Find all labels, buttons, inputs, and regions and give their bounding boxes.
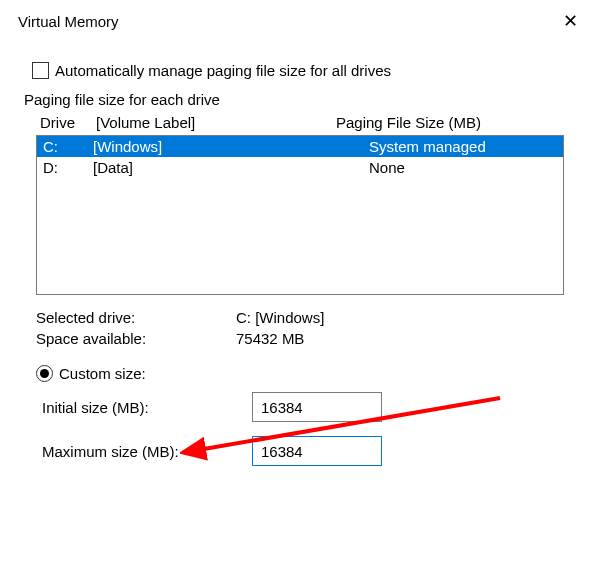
selected-drive-info: Selected drive: C: [Windows] Space avail… (36, 309, 576, 347)
drive-letter: C: (43, 138, 93, 155)
header-volume-label: [Volume Label] (96, 114, 336, 131)
drive-paging: None (369, 159, 557, 176)
drive-row[interactable]: D: [Data] None (37, 157, 563, 178)
drive-volume: [Windows] (93, 138, 369, 155)
drive-list-wrap: Drive [Volume Label] Paging File Size (M… (36, 112, 564, 295)
maximum-size-row: Maximum size (MB): (42, 436, 576, 466)
initial-size-input[interactable] (252, 392, 382, 422)
drive-list-headers: Drive [Volume Label] Paging File Size (M… (36, 112, 564, 135)
maximum-size-input[interactable] (252, 436, 382, 466)
header-drive: Drive (40, 114, 96, 131)
auto-manage-checkbox[interactable] (32, 62, 49, 79)
titlebar: Virtual Memory ✕ (0, 0, 600, 40)
drive-list[interactable]: C: [Windows] System managed D: [Data] No… (36, 135, 564, 295)
paging-section-label: Paging file size for each drive (24, 91, 576, 108)
initial-size-label: Initial size (MB): (42, 399, 252, 416)
auto-manage-row[interactable]: Automatically manage paging file size fo… (32, 62, 576, 79)
drive-row[interactable]: C: [Windows] System managed (37, 136, 563, 157)
drive-paging: System managed (369, 138, 557, 155)
dialog-content: Automatically manage paging file size fo… (0, 40, 600, 466)
close-icon[interactable]: ✕ (557, 10, 584, 32)
space-available-value: 75432 MB (236, 330, 576, 347)
custom-size-radio[interactable] (36, 365, 53, 382)
selected-drive-label: Selected drive: (36, 309, 236, 326)
maximum-size-label: Maximum size (MB): (42, 443, 252, 460)
drive-letter: D: (43, 159, 93, 176)
header-paging-size: Paging File Size (MB) (336, 114, 560, 131)
custom-size-radio-row[interactable]: Custom size: (36, 365, 576, 382)
window-title: Virtual Memory (18, 13, 119, 30)
space-available-label: Space available: (36, 330, 236, 347)
selected-drive-value: C: [Windows] (236, 309, 576, 326)
drive-volume: [Data] (93, 159, 369, 176)
auto-manage-label: Automatically manage paging file size fo… (55, 62, 391, 79)
initial-size-row: Initial size (MB): (42, 392, 576, 422)
custom-size-label: Custom size: (59, 365, 146, 382)
